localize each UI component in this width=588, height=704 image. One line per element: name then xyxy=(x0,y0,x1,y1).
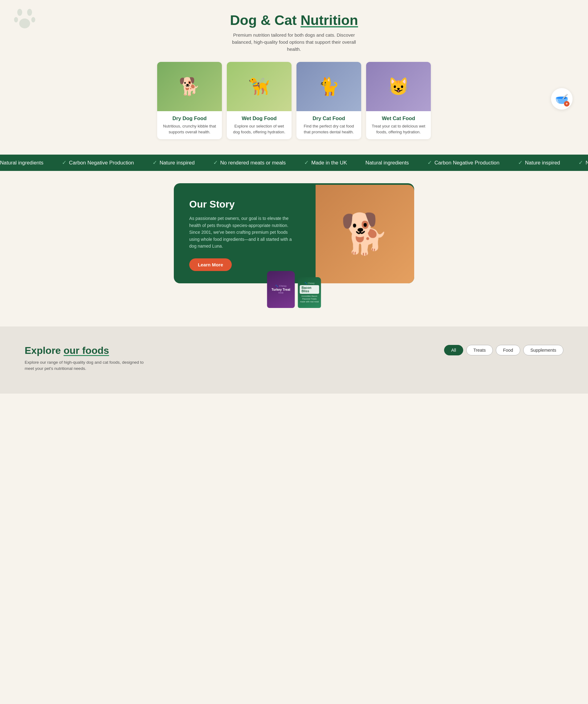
marquee-item-7: ✓ Carbon Negative Production xyxy=(427,160,499,166)
marquee-text-9: No rendered meats or meals xyxy=(586,160,588,166)
card-desc-dry-dog: Nutritious, crunchy kibble that supports… xyxy=(161,123,218,135)
card-image-dry-dog: 🐕 xyxy=(157,62,222,111)
svg-point-2 xyxy=(14,17,18,22)
explore-description: Explore our range of high-quality dog an… xyxy=(25,359,154,372)
product-card-wet-dog[interactable]: 🦮 Wet Dog Food Explore our selection of … xyxy=(227,62,291,139)
marquee-text-7: Carbon Negative Production xyxy=(434,160,499,166)
explore-title: Explore our foods xyxy=(25,345,154,356)
can-turkey-label: 🐾 Chewy Turkey Treat treat xyxy=(270,283,291,295)
story-card: Our Story As passionate pet owners, our … xyxy=(174,183,414,283)
card-title-dry-cat: Dry Cat Food xyxy=(301,115,357,122)
story-title: Our Story xyxy=(189,199,294,210)
explore-title-block: Explore our foods Explore our range of h… xyxy=(25,345,154,372)
marquee-text-6: Natural ingredients xyxy=(366,160,409,166)
product-can-bacon: 🐾 Chewy Bacon Bliss Irresistible Bacon F… xyxy=(298,277,321,308)
marquee-item-9: ✓ No rendered meats or meals xyxy=(579,160,588,166)
marquee-text-2: Carbon Negative Production xyxy=(69,160,134,166)
card-body-wet-cat: Wet Cat Food Treat your cat to delicious… xyxy=(366,111,431,139)
card-body-dry-dog: Dry Dog Food Nutritious, crunchy kibble … xyxy=(157,111,222,139)
product-card-dry-cat[interactable]: 🐈 Dry Cat Food Find the perfect dry cat … xyxy=(297,62,361,139)
learn-more-button[interactable]: Learn More xyxy=(189,258,232,271)
svg-point-3 xyxy=(32,17,36,22)
filter-btn-supplements[interactable]: Supplements xyxy=(523,345,563,355)
marquee-banner: Natural ingredients ✓ Carbon Negative Pr… xyxy=(0,155,588,171)
card-desc-wet-cat: Treat your cat to delicious wet foods, o… xyxy=(370,123,427,135)
check-icon-5: ✓ xyxy=(427,160,432,166)
bowl-plus-icon: + xyxy=(564,101,570,107)
product-card-wet-cat[interactable]: 😺 Wet Cat Food Treat your cat to delicio… xyxy=(366,62,431,139)
product-cards-wrapper: 🐕 Dry Dog Food Nutritious, crunchy kibbl… xyxy=(6,62,582,149)
filter-btn-all[interactable]: All xyxy=(444,345,463,355)
paw-logo-icon xyxy=(12,6,37,31)
card-desc-wet-dog: Explore our selection of wet dog foods, … xyxy=(231,123,287,135)
card-body-dry-cat: Dry Cat Food Find the perfect dry cat fo… xyxy=(297,111,361,139)
explore-header: Explore our foods Explore our range of h… xyxy=(25,345,563,372)
marquee-item-1: Natural ingredients xyxy=(0,160,44,166)
marquee-text-3: Nature inspired xyxy=(160,160,195,166)
card-image-wet-cat: 😺 xyxy=(366,62,431,111)
title-plain: Dog & Cat xyxy=(230,12,301,28)
svg-point-0 xyxy=(17,9,22,16)
can-medium-green: 🐾 Chewy Bacon Bliss Irresistible Bacon F… xyxy=(298,277,321,308)
svg-point-4 xyxy=(19,18,30,28)
marquee-item-3: ✓ Nature inspired xyxy=(153,160,195,166)
story-content: Our Story As passionate pet owners, our … xyxy=(189,199,294,283)
marquee-text-4: No rendered meats or meals xyxy=(220,160,286,166)
filter-btn-food[interactable]: Food xyxy=(496,345,520,355)
filter-btn-treats[interactable]: Treats xyxy=(466,345,493,355)
filter-buttons: All Treats Food Supplements xyxy=(444,345,563,355)
hero-subtitle: Premium nutrition tailored for both dogs… xyxy=(229,32,359,53)
marquee-item-4: ✓ No rendered meats or meals xyxy=(213,160,286,166)
check-icon-1: ✓ xyxy=(62,160,66,166)
marquee-text-5: Made in the UK xyxy=(311,160,347,166)
bacon-bliss-desc: Irresistible Bacon Flavored Treats made … xyxy=(300,295,319,303)
story-text: As passionate pet owners, our goal is to… xyxy=(189,215,294,250)
check-icon-6: ✓ xyxy=(518,160,523,166)
page-title: Dog & Cat Nutrition xyxy=(6,12,582,28)
explore-title-highlight: our foods xyxy=(63,345,109,356)
floating-bowl[interactable]: 🥣 + xyxy=(551,88,573,110)
marquee-item-6: Natural ingredients xyxy=(366,160,409,166)
product-cards-row: 🐕 Dry Dog Food Nutritious, crunchy kibbl… xyxy=(6,62,582,149)
product-can-turkey: 🐾 Chewy Turkey Treat treat xyxy=(267,271,295,308)
product-card-dry-dog[interactable]: 🐕 Dry Dog Food Nutritious, crunchy kibbl… xyxy=(157,62,222,139)
card-desc-dry-cat: Find the perfect dry cat food that promo… xyxy=(301,123,357,135)
check-icon-7: ✓ xyxy=(579,160,583,166)
marquee-text-1: Natural ingredients xyxy=(0,160,44,166)
explore-title-plain: Explore xyxy=(25,345,63,356)
marquee-item-2: ✓ Carbon Negative Production xyxy=(62,160,134,166)
story-outer: Our Story As passionate pet owners, our … xyxy=(0,171,588,327)
card-body-wet-dog: Wet Dog Food Explore our selection of we… xyxy=(227,111,291,139)
title-highlight: Nutrition xyxy=(301,12,358,28)
card-image-dry-cat: 🐈 xyxy=(297,62,361,111)
svg-point-1 xyxy=(27,9,32,16)
marquee-text-8: Nature inspired xyxy=(525,160,560,166)
can-big-purple: 🐾 Chewy Turkey Treat treat xyxy=(267,271,295,308)
card-title-wet-cat: Wet Cat Food xyxy=(370,115,427,122)
hero-section: Dog & Cat Nutrition Premium nutrition ta… xyxy=(0,0,588,155)
explore-section: Explore our foods Explore our range of h… xyxy=(0,327,588,394)
can-bacon-label: 🐾 Chewy Bacon Bliss Irresistible Bacon F… xyxy=(298,277,321,308)
story-dog-image: 🐕 xyxy=(316,185,414,283)
card-title-dry-dog: Dry Dog Food xyxy=(161,115,218,122)
card-title-wet-dog: Wet Dog Food xyxy=(231,115,287,122)
bacon-bliss-badge: Bacon Bliss xyxy=(300,285,319,294)
check-icon-4: ✓ xyxy=(304,160,309,166)
marquee-item-5: ✓ Made in the UK xyxy=(304,160,347,166)
check-icon-2: ✓ xyxy=(153,160,157,166)
check-icon-3: ✓ xyxy=(213,160,218,166)
marquee-inner: Natural ingredients ✓ Carbon Negative Pr… xyxy=(0,160,588,166)
marquee-item-8: ✓ Nature inspired xyxy=(518,160,560,166)
story-products: 🐾 Chewy Turkey Treat treat 🐾 Chewy Bacon… xyxy=(267,271,321,308)
card-image-wet-dog: 🦮 xyxy=(227,62,291,111)
